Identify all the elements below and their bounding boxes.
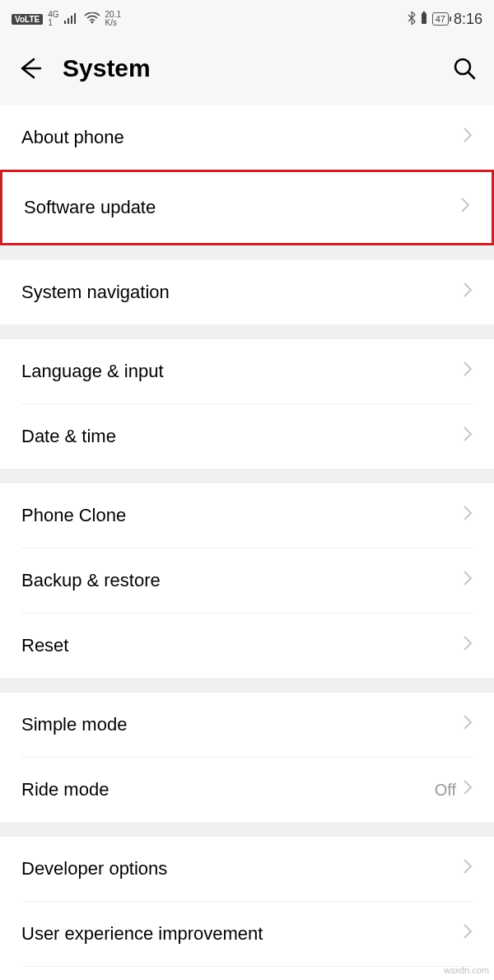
row-about-phone[interactable]: About phone bbox=[0, 105, 494, 170]
row-label: Backup & restore bbox=[21, 570, 463, 591]
chevron-right-icon bbox=[463, 858, 473, 880]
chevron-right-icon bbox=[463, 361, 473, 382]
row-reset[interactable]: Reset bbox=[0, 614, 494, 678]
group-separator bbox=[0, 469, 494, 483]
chevron-right-icon bbox=[463, 505, 473, 526]
chevron-right-icon bbox=[463, 127, 473, 148]
battery-percent: 47 bbox=[432, 12, 449, 26]
row-label: Phone Clone bbox=[21, 505, 463, 526]
page-title: System bbox=[63, 54, 431, 82]
row-language-input[interactable]: Language & input bbox=[0, 339, 494, 404]
speed-unit: K/s bbox=[105, 19, 121, 27]
watermark: wsxdn.com bbox=[444, 965, 489, 975]
row-label: Developer options bbox=[21, 858, 463, 880]
search-button[interactable] bbox=[450, 54, 479, 83]
group-separator bbox=[0, 245, 494, 260]
row-label: About phone bbox=[21, 127, 463, 148]
battery-full-icon bbox=[421, 12, 427, 27]
row-software-update[interactable]: Software update bbox=[0, 170, 494, 245]
network-indicator: 4G 1 bbox=[48, 11, 58, 27]
network-sim: 1 bbox=[48, 19, 58, 27]
row-label: Simple mode bbox=[21, 714, 463, 735]
app-header: System bbox=[0, 38, 494, 105]
svg-rect-5 bbox=[422, 13, 426, 24]
chevron-right-icon bbox=[463, 635, 473, 656]
svg-rect-2 bbox=[71, 16, 72, 24]
row-simple-mode[interactable]: Simple mode bbox=[0, 693, 494, 757]
row-ride-mode[interactable]: Ride mode Off bbox=[0, 758, 494, 822]
row-label: Reset bbox=[21, 635, 463, 656]
row-value: Off bbox=[435, 781, 456, 800]
signal-icon bbox=[64, 12, 79, 26]
svg-line-8 bbox=[468, 72, 474, 78]
svg-rect-1 bbox=[68, 18, 69, 24]
group-separator bbox=[0, 678, 494, 693]
status-right: 47 8:16 bbox=[408, 11, 482, 28]
bluetooth-icon bbox=[408, 12, 416, 27]
clock: 8:16 bbox=[454, 11, 482, 28]
svg-rect-3 bbox=[74, 13, 76, 24]
svg-point-4 bbox=[91, 21, 93, 23]
chevron-right-icon bbox=[463, 714, 473, 735]
row-backup-restore[interactable]: Backup & restore bbox=[0, 548, 494, 613]
volte-badge: VoLTE bbox=[12, 14, 43, 25]
chevron-right-icon bbox=[463, 779, 473, 800]
group-separator bbox=[0, 324, 494, 339]
chevron-right-icon bbox=[463, 282, 473, 303]
row-user-experience[interactable]: User experience improvement bbox=[0, 902, 494, 966]
chevron-right-icon bbox=[463, 570, 473, 591]
speed-indicator: 20.1 K/s bbox=[105, 11, 121, 27]
row-system-navigation[interactable]: System navigation bbox=[0, 260, 494, 324]
row-label: User experience improvement bbox=[21, 923, 463, 945]
row-phone-clone[interactable]: Phone Clone bbox=[0, 483, 494, 548]
chevron-right-icon bbox=[463, 923, 473, 945]
row-label: Ride mode bbox=[21, 779, 435, 800]
status-left: VoLTE 4G 1 20.1 K/s bbox=[12, 11, 121, 27]
settings-list: About phone Software update System navig… bbox=[0, 105, 494, 980]
group-separator bbox=[0, 822, 494, 837]
status-bar: VoLTE 4G 1 20.1 K/s 47 8:16 bbox=[0, 0, 494, 38]
row-label: System navigation bbox=[21, 282, 463, 303]
row-certification-logos[interactable]: Certification logos bbox=[0, 967, 494, 980]
chevron-right-icon bbox=[460, 197, 470, 218]
row-developer-options[interactable]: Developer options bbox=[0, 837, 494, 901]
row-date-time[interactable]: Date & time bbox=[0, 404, 494, 469]
svg-rect-6 bbox=[422, 12, 425, 13]
row-label: Software update bbox=[24, 197, 460, 218]
chevron-right-icon bbox=[463, 426, 473, 447]
svg-rect-0 bbox=[64, 21, 66, 24]
row-label: Date & time bbox=[21, 426, 463, 447]
row-label: Language & input bbox=[21, 361, 463, 382]
back-button[interactable] bbox=[15, 54, 44, 83]
wifi-icon bbox=[84, 12, 100, 26]
